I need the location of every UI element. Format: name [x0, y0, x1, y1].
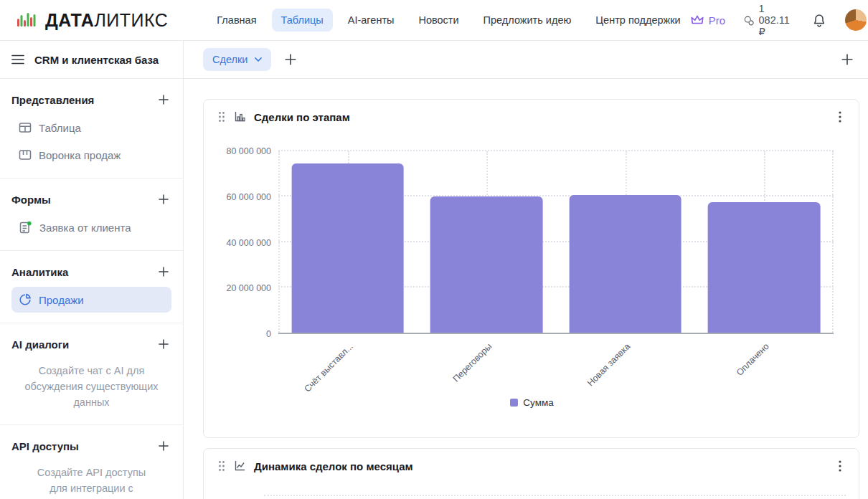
section-analytics: Аналитика Продажи [0, 251, 183, 323]
card-header: Сделки по этапам [218, 110, 846, 124]
bar-column [418, 151, 557, 333]
bar-column [695, 151, 834, 333]
section-api-access-title: API доступы [11, 440, 79, 452]
add-api-access-button[interactable] [156, 438, 171, 454]
plus-icon [841, 54, 853, 65]
plus-icon [159, 339, 169, 349]
logo[interactable]: ДАТАЛИТИКС [17, 10, 168, 31]
add-ai-dialog-button[interactable] [156, 336, 171, 352]
sidebar-item-sales-funnel[interactable]: Воронка продаж [11, 142, 171, 168]
logo-bars-icon [17, 10, 39, 30]
section-views-header: Представления [11, 87, 171, 113]
sidebar-item-table[interactable]: Таблица [11, 115, 171, 141]
y-axis-labels: 020 000 00040 000 00060 000 00080 000 00… [218, 151, 278, 334]
section-api-access-header: API доступы [11, 434, 171, 460]
pro-label: Pro [709, 14, 725, 27]
nav-item-link[interactable]: Новости [409, 9, 468, 32]
logo-text-bold: ДАТА [45, 10, 94, 30]
plot-area [278, 151, 834, 334]
crown-icon [690, 14, 704, 27]
workspace-title: CRM и клиентская база [34, 54, 159, 66]
form-doc-icon [19, 221, 32, 234]
chevron-down-icon [255, 57, 262, 62]
tab-deals-label: Сделки [212, 54, 247, 65]
kebab-icon [839, 460, 841, 472]
next-chart-gridline [264, 495, 846, 496]
plot-column: Счёт выставл...ПереговорыНовая заявкаОпл… [278, 151, 834, 397]
sidebar: CRM и клиентская база Представления Табл… [0, 41, 184, 499]
drag-handle-icon[interactable] [218, 111, 225, 123]
bar-chart: 020 000 00040 000 00060 000 00080 000 00… [218, 151, 846, 397]
nav-item-link[interactable]: AI-агенты [339, 9, 404, 32]
y-tick-label: 80 000 000 [226, 146, 271, 156]
nav-item-link[interactable]: Центр поддержки [586, 9, 689, 32]
card-header: Динамика сделок по месяцам [218, 459, 846, 473]
pie-chart-icon [19, 293, 32, 306]
section-ai-dialogs-header: AI диалоги [11, 332, 171, 358]
drag-handle-icon[interactable] [218, 460, 225, 472]
plus-icon [159, 441, 169, 451]
bell-icon [812, 13, 826, 28]
nav-item-link[interactable]: Главная [207, 9, 265, 32]
ai-dialogs-helper-text: Создайте чат с AI для обсуждения существ… [11, 358, 171, 414]
add-tab-button[interactable] [283, 52, 298, 67]
x-tick-label: Новая заявка [585, 341, 632, 388]
card-menu-button[interactable] [834, 110, 846, 124]
pro-badge[interactable]: Pro [690, 14, 725, 27]
y-tick-label: 60 000 000 [226, 192, 271, 202]
section-ai-dialogs-title: AI диалоги [11, 338, 69, 351]
card-title: Сделки по этапам [254, 111, 350, 123]
sidebar-item-sales[interactable]: Продажи [11, 287, 171, 313]
plus-icon [159, 194, 169, 204]
add-widget-button[interactable] [839, 52, 855, 67]
section-analytics-header: Аналитика [11, 260, 171, 285]
bar-4[interactable] [708, 202, 821, 333]
legend-label: Сумма [523, 397, 553, 408]
bar-column [278, 151, 418, 333]
sidebar-item-label: Таблица [39, 122, 81, 134]
section-api-access: API доступы Создайте API доступы для инт… [0, 425, 183, 499]
notifications-button[interactable] [812, 13, 826, 28]
top-bar: ДАТАЛИТИКС ГлавнаяТаблицыAI-агентыНовост… [0, 0, 868, 41]
card-deals-by-month: Динамика сделок по месяцам [203, 448, 859, 499]
sidebar-item-label: Заявка от клиента [39, 222, 131, 234]
nav-item-link[interactable]: Предложить идею [474, 9, 581, 32]
bar-2[interactable] [430, 196, 543, 333]
funnel-board-icon [19, 148, 32, 161]
api-access-helper-text: Создайте API доступы для интеграции с вн… [11, 460, 171, 499]
bar-3[interactable] [569, 195, 681, 333]
sidebar-item-label: Воронка продаж [39, 149, 121, 161]
bar-column [556, 151, 695, 333]
plus-icon [285, 54, 296, 65]
sidebar-item-client-request[interactable]: Заявка от клиента [11, 214, 171, 240]
nav-item-active[interactable]: Таблицы [272, 9, 333, 32]
x-axis-labels: Счёт выставл...ПереговорыНовая заявкаОпл… [278, 334, 834, 397]
x-tick-label: Оплачено [735, 341, 771, 378]
add-analytics-button[interactable] [156, 264, 171, 280]
user-menu[interactable]: Олег [845, 9, 868, 31]
plus-icon [159, 95, 169, 105]
avatar [845, 9, 867, 31]
add-view-button[interactable] [156, 92, 171, 108]
bar-1[interactable] [291, 163, 404, 333]
x-tick-label: Счёт выставл... [302, 341, 355, 394]
main-area: Сделки [184, 41, 868, 499]
tab-deals[interactable]: Сделки [203, 48, 271, 71]
logo-text: ДАТАЛИТИКС [45, 10, 168, 31]
section-forms-title: Формы [11, 194, 51, 206]
card-menu-button[interactable] [834, 459, 846, 473]
section-views: Представления Таблица Воронка продаж [0, 79, 183, 179]
sidebar-item-label: Продажи [39, 294, 84, 306]
coins-icon [744, 14, 754, 27]
table-icon [19, 121, 32, 134]
plus-icon [159, 267, 169, 277]
line-chart-icon [233, 460, 246, 472]
card-deals-by-stage: Сделки по этапам 020 000 00040 000 00060… [203, 99, 859, 438]
section-analytics-title: Аналитика [11, 266, 68, 278]
hamburger-icon[interactable] [11, 54, 24, 65]
legend-swatch [510, 399, 518, 407]
x-tick-label: Переговоры [450, 341, 494, 384]
balance[interactable]: 1 082.11 ₽ [744, 3, 793, 37]
add-form-button[interactable] [156, 191, 171, 207]
y-tick-label: 40 000 000 [226, 238, 271, 248]
